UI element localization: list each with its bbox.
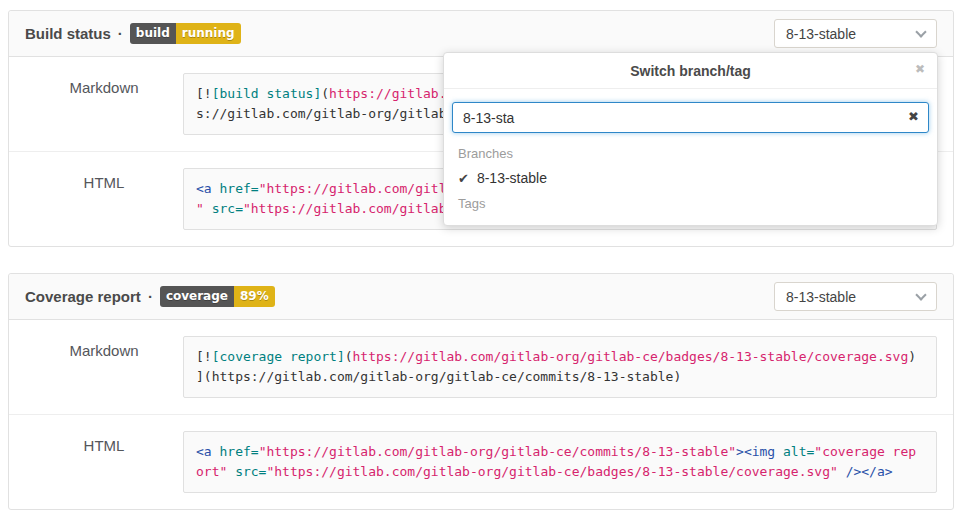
clear-search-icon[interactable]: ✖: [908, 110, 919, 123]
markdown-code-block: [![coverage report](https://gitlab.com/g…: [183, 336, 937, 398]
format-label-html: HTML: [25, 431, 183, 493]
check-icon: ✔: [458, 172, 469, 185]
branch-dropdown-label: 8-13-stable: [786, 26, 856, 42]
code-line: ort" src="https://gitlab.com/gitlab-org/…: [196, 464, 893, 479]
panel-title-text: Coverage report: [25, 288, 141, 305]
branch-dropdown-button[interactable]: 8-13-stable: [774, 282, 937, 311]
branch-search-input[interactable]: [452, 102, 929, 133]
badge-label: build: [130, 23, 176, 44]
format-label-markdown: Markdown: [25, 336, 183, 398]
branch-dropdown-label: 8-13-stable: [786, 289, 856, 305]
close-icon[interactable]: ✖: [915, 63, 925, 75]
coverage-badge: coverage 89%: [160, 286, 275, 307]
badge-value: running: [176, 23, 241, 44]
build-badge: build running: [130, 23, 241, 44]
tags-section-header: Tags: [444, 191, 937, 215]
format-label-markdown: Markdown: [25, 73, 183, 135]
markdown-row: Markdown [![coverage report](https://git…: [9, 320, 953, 415]
coverage-report-panel-heading: Coverage report · coverage 89% 8-13-stab…: [9, 274, 953, 320]
panel-title-text: Build status: [25, 25, 111, 42]
panel-title: Build status · build running: [25, 23, 241, 44]
title-separator: ·: [118, 25, 123, 42]
title-separator: ·: [148, 288, 153, 305]
branch-name: 8-13-stable: [477, 170, 547, 186]
dropdown-title-row: Switch branch/tag ✖: [444, 53, 937, 89]
badge-value: 89%: [234, 286, 275, 307]
branches-section-header: Branches: [444, 141, 937, 165]
html-code-block: <a href="https://gitlab.com/gitlab-org/g…: [183, 431, 937, 493]
branch-switcher-dropdown: Switch branch/tag ✖ ✖ Branches ✔ 8-13-st…: [443, 52, 938, 226]
code-line: ](https://gitlab.com/gitlab-org/gitlab-c…: [196, 369, 681, 384]
branch-list-item[interactable]: ✔ 8-13-stable: [444, 165, 937, 191]
coverage-report-panel: Coverage report · coverage 89% 8-13-stab…: [8, 273, 954, 510]
dropdown-search: ✖: [452, 102, 929, 133]
code-line: <a href="https://gitlab.com/gitlab-org/g…: [196, 444, 916, 459]
code-line: [![coverage report](https://gitlab.com/g…: [196, 349, 916, 364]
dropdown-title: Switch branch/tag: [630, 63, 751, 79]
branch-dropdown-button[interactable]: 8-13-stable: [774, 19, 937, 48]
format-label-html: HTML: [25, 168, 183, 230]
build-status-panel-heading: Build status · build running 8-13-stable: [9, 11, 953, 57]
chevron-down-icon: [915, 26, 926, 37]
chevron-down-icon: [915, 289, 926, 300]
html-row: HTML <a href="https://gitlab.com/gitlab-…: [9, 415, 953, 509]
panel-title: Coverage report · coverage 89%: [25, 286, 275, 307]
badge-label: coverage: [160, 286, 234, 307]
